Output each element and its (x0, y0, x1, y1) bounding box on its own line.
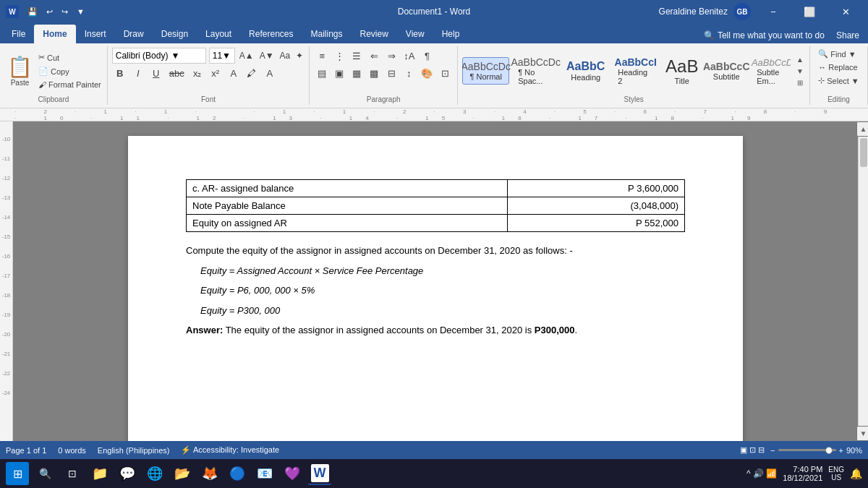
restore-button[interactable]: ⬜ (793, 0, 826, 23)
tab-view[interactable]: View (397, 25, 433, 43)
word-taskbar[interactable]: W (308, 462, 331, 485)
table-cell-ar-value: P 3,600,000 (507, 180, 684, 197)
decrease-font-button[interactable]: A▼ (258, 50, 276, 61)
paste-button[interactable]: 📋 Paste (4, 52, 35, 90)
chrome-taskbar[interactable]: 🔵 (226, 462, 249, 485)
tab-file[interactable]: File (3, 25, 34, 43)
tab-design[interactable]: Design (153, 25, 197, 43)
teams-icon: 💬 (119, 466, 135, 481)
increase-font-button[interactable]: A▲ (238, 50, 255, 61)
scrollbar-thumb[interactable] (860, 138, 867, 167)
column-break-button[interactable]: ⊟ (383, 65, 399, 81)
save-button[interactable]: 💾 (25, 6, 41, 18)
language-indicator: ENGUS (828, 466, 844, 481)
status-bar-right: ▣ ⊡ ⊟ − + 90% (740, 445, 862, 455)
justify-button[interactable]: ▩ (366, 65, 382, 81)
align-right-button[interactable]: ▦ (349, 65, 365, 81)
tab-help[interactable]: Help (433, 25, 469, 43)
underline-button[interactable]: U (148, 65, 164, 81)
answer-bold: P300,000 (535, 325, 575, 335)
close-button[interactable]: ✕ (829, 0, 862, 23)
style-heading1-label: Heading (571, 73, 600, 82)
file-explorer-taskbar[interactable]: 📁 (88, 462, 111, 485)
style-subtle-em[interactable]: AaBbCcDc Subtle Em... (751, 54, 791, 88)
multilevel-list-button[interactable]: ☰ (349, 48, 365, 64)
scrollbar-up-button[interactable]: ▲ (856, 121, 868, 137)
tell-me-button[interactable]: 🔍 Tell me what you want to do (698, 27, 830, 43)
zoom-plus[interactable]: + (839, 446, 843, 455)
task-view-button[interactable]: ⊡ (61, 462, 84, 485)
increase-indent-button[interactable]: ⇒ (383, 48, 399, 64)
zoom-slider[interactable] (778, 449, 836, 451)
edge-taskbar[interactable]: 🌐 (143, 462, 166, 485)
find-button[interactable]: 🔍 Find ▼ (817, 48, 857, 60)
language-button[interactable]: English (Philippines) (98, 446, 170, 455)
undo-button[interactable]: ↩ (43, 6, 56, 18)
share-button[interactable]: Share (830, 27, 865, 43)
style-heading2[interactable]: AaBbCcI Heading 2 (612, 53, 659, 88)
zoom-minus[interactable]: − (770, 446, 775, 455)
styles-down-arrow[interactable]: ▼ (795, 66, 805, 77)
table-cell-equity-value: P 552,000 (507, 215, 684, 232)
search-taskbar-button[interactable]: 🔍 (33, 462, 56, 485)
align-left-button[interactable]: ▤ (314, 65, 330, 81)
tab-draw[interactable]: Draw (115, 25, 153, 43)
styles-up-arrow[interactable]: ▲ (795, 54, 805, 65)
tab-review[interactable]: Review (352, 25, 397, 43)
copy-button[interactable]: 📄 Copy (37, 65, 103, 77)
superscript-button[interactable]: x² (208, 65, 224, 81)
folder-taskbar[interactable]: 📂 (171, 462, 194, 485)
notification-button[interactable]: 🔔 (850, 468, 862, 479)
font-family-selector[interactable]: Calibri (Body) ▼ (112, 48, 206, 64)
font-size-selector[interactable]: 11 ▼ (209, 48, 235, 64)
style-heading1[interactable]: AaBbC Heading (562, 57, 609, 85)
outlook-taskbar[interactable]: 📧 (253, 462, 276, 485)
format-painter-icon: 🖌 (38, 80, 46, 89)
firefox-taskbar[interactable]: 🦊 (198, 462, 221, 485)
borders-button[interactable]: ⊡ (437, 65, 453, 81)
styles-expand-arrow[interactable]: ⊞ (795, 77, 805, 88)
bullets-button[interactable]: ≡ (314, 48, 330, 64)
tab-layout[interactable]: Layout (197, 25, 240, 43)
minimize-button[interactable]: − (757, 0, 790, 23)
sort-button[interactable]: ↕A (401, 48, 417, 64)
tab-mailings[interactable]: Mailings (302, 25, 351, 43)
change-case-button[interactable]: Aa (278, 50, 292, 61)
teams-taskbar[interactable]: 💬 (116, 462, 139, 485)
style-nospacing-label: ¶ No Spac... (518, 68, 553, 85)
tab-references[interactable]: References (240, 25, 302, 43)
format-painter-button[interactable]: 🖌 Format Painter (37, 79, 103, 90)
italic-button[interactable]: I (130, 65, 146, 81)
word-app-icon: W (6, 5, 19, 18)
highlight-button[interactable]: 🖍 (244, 65, 260, 81)
customize-button[interactable]: ▼ (74, 6, 88, 17)
cut-button[interactable]: ✂ Cut (37, 51, 103, 64)
subscript-button[interactable]: x₂ (190, 65, 205, 81)
start-button[interactable]: ⊞ (6, 462, 29, 485)
align-center-button[interactable]: ▣ (331, 65, 347, 81)
shading-para-button[interactable]: 🎨 (418, 65, 435, 81)
style-normal[interactable]: AaBbCcDc ¶ Normal (462, 57, 509, 85)
clear-format-button[interactable]: ✦ (294, 50, 305, 61)
select-button[interactable]: ⊹ Select ▼ (817, 74, 860, 87)
line-spacing-button[interactable]: ↕ (401, 65, 417, 81)
show-hide-button[interactable]: ¶ (419, 48, 435, 64)
tab-home[interactable]: Home (34, 25, 75, 43)
view-buttons[interactable]: ▣ ⊡ ⊟ (740, 445, 765, 455)
numbered-list-button[interactable]: ⋮ (331, 48, 347, 64)
style-subtitle[interactable]: AaBbCcC Subtitle (705, 58, 748, 84)
discord-taskbar[interactable]: 💜 (281, 462, 304, 485)
accessibility-button[interactable]: ⚡ Accessibility: Investigate (181, 445, 279, 455)
font-color-button[interactable]: A (226, 65, 242, 81)
redo-button[interactable]: ↪ (59, 6, 71, 18)
scrollbar-down-button[interactable]: ▼ (856, 426, 868, 441)
shading-button[interactable]: A (262, 65, 278, 81)
style-title[interactable]: AaB Title (662, 53, 702, 88)
style-no-spacing[interactable]: AaBbCcDc ¶ No Spac... (512, 53, 559, 88)
replace-button[interactable]: ↔ Replace (817, 61, 859, 73)
decrease-indent-button[interactable]: ⇐ (366, 48, 382, 64)
bold-button[interactable]: B (112, 65, 128, 81)
document-scroll-area[interactable]: c. AR- assigned balance P 3,600,000 Note… (13, 121, 858, 441)
strikethrough-button[interactable]: abc (166, 65, 187, 81)
tab-insert[interactable]: Insert (76, 25, 115, 43)
